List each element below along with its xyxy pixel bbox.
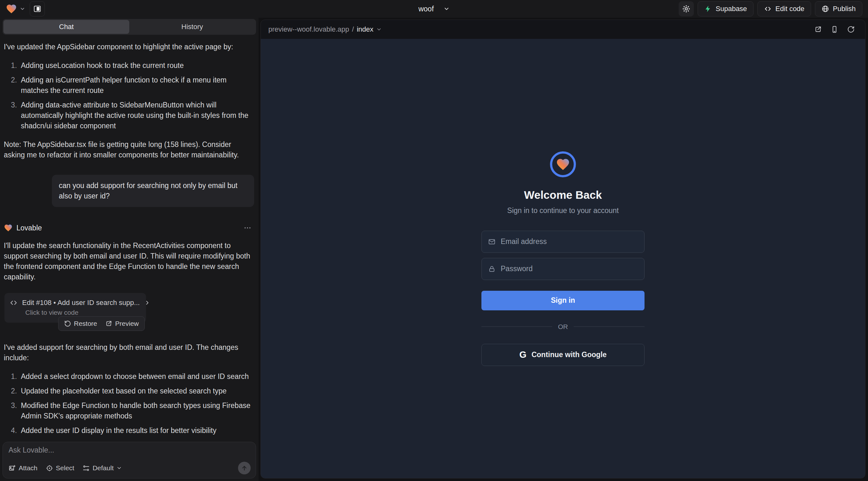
tab-history[interactable]: History bbox=[129, 20, 255, 34]
preview-iframe: Welcome Back Sign in to continue to your… bbox=[261, 39, 865, 478]
select-label: Select bbox=[56, 464, 74, 472]
sign-in-button[interactable]: Sign in bbox=[482, 291, 645, 310]
select-button[interactable]: Select bbox=[46, 464, 74, 472]
envelope-icon bbox=[488, 238, 496, 246]
chat-message-list[interactable]: I've updated the AppSidebar component to… bbox=[0, 35, 258, 438]
preview-url-path: index bbox=[357, 25, 374, 33]
mode-selector[interactable]: Default bbox=[83, 464, 122, 472]
assistant-message-list-2: Added a select dropdown to choose betwee… bbox=[4, 371, 254, 436]
sliders-icon bbox=[83, 464, 90, 472]
app-heart-icon bbox=[556, 157, 570, 171]
preview-url-host: preview--woof.lovable.app bbox=[268, 25, 349, 33]
settings-button[interactable] bbox=[679, 1, 694, 17]
assistant-message-intro: I've updated the AppSidebar component to… bbox=[4, 42, 254, 52]
tab-chat[interactable]: Chat bbox=[3, 20, 129, 34]
preview-url-separator: / bbox=[352, 25, 354, 33]
refresh-icon bbox=[847, 26, 855, 33]
chevron-down-icon bbox=[116, 465, 122, 471]
supabase-label: Supabase bbox=[716, 5, 747, 13]
mode-label: Default bbox=[93, 464, 114, 472]
chevron-down-icon bbox=[20, 6, 25, 12]
password-field[interactable] bbox=[482, 258, 645, 280]
assistant-name: Lovable bbox=[17, 224, 42, 232]
supabase-button[interactable]: Supabase bbox=[698, 1, 753, 17]
publish-label: Publish bbox=[833, 5, 856, 13]
lovable-heart-icon bbox=[6, 3, 17, 14]
send-button[interactable] bbox=[238, 462, 251, 474]
google-sign-in-label: Continue with Google bbox=[531, 351, 607, 359]
or-divider: OR bbox=[482, 323, 645, 330]
lovable-logo-menu[interactable] bbox=[6, 3, 25, 14]
list-item: Added the user ID display in the results… bbox=[19, 425, 254, 436]
list-item: Adding data-active attribute to SidebarM… bbox=[19, 100, 254, 131]
edit-version-card[interactable]: Edit #108 • Add user ID search supp... C… bbox=[4, 293, 146, 323]
globe-icon bbox=[822, 5, 829, 13]
code-icon bbox=[764, 5, 772, 13]
assistant-message-intro-2: I'll update the search functionality in … bbox=[4, 241, 254, 282]
external-link-icon bbox=[814, 26, 822, 33]
chevron-down-icon bbox=[376, 27, 382, 32]
chevron-right-icon bbox=[144, 299, 151, 306]
list-item: Modified the Edge Function to handle bot… bbox=[19, 400, 254, 421]
refresh-button[interactable] bbox=[844, 23, 858, 36]
chat-input[interactable] bbox=[8, 446, 251, 462]
preview-url[interactable]: preview--woof.lovable.app / index bbox=[268, 25, 382, 33]
code-icon bbox=[9, 299, 18, 307]
assistant-header: Lovable bbox=[4, 223, 254, 232]
divider-line bbox=[574, 326, 645, 327]
lock-icon bbox=[488, 265, 496, 273]
chat-composer: Attach Select Default bbox=[3, 442, 256, 478]
gear-icon bbox=[682, 4, 691, 13]
attach-button[interactable]: Attach bbox=[8, 464, 38, 472]
message-ellipsis-icon[interactable] bbox=[243, 224, 254, 232]
preview-url-bar: preview--woof.lovable.app / index bbox=[261, 20, 865, 39]
toggle-sidebar-button[interactable] bbox=[30, 1, 45, 17]
preview-label: Preview bbox=[115, 320, 139, 327]
list-item: Adding useLocation hook to track the cur… bbox=[19, 60, 254, 71]
chat-tab-bar: Chat History bbox=[3, 19, 256, 35]
preview-button[interactable]: Preview bbox=[105, 320, 139, 327]
project-title[interactable]: woof bbox=[418, 5, 434, 13]
user-message-bubble: can you add support for searching not on… bbox=[52, 175, 254, 207]
list-item: Adding an isCurrentPath helper function … bbox=[19, 75, 254, 96]
edit-code-button[interactable]: Edit code bbox=[757, 1, 811, 17]
list-item: Added a select dropdown to choose betwee… bbox=[19, 371, 254, 382]
assistant-message-list: Adding useLocation hook to track the cur… bbox=[4, 60, 254, 131]
list-item: Updated the placeholder text based on th… bbox=[19, 386, 254, 396]
assistant-message-note: Note: The AppSidebar.tsx file is getting… bbox=[4, 139, 254, 160]
publish-button[interactable]: Publish bbox=[815, 1, 862, 17]
project-chevron-down-icon[interactable] bbox=[443, 6, 450, 12]
app-header: woof Supabase Edit code bbox=[0, 0, 868, 18]
mobile-view-button[interactable] bbox=[828, 23, 841, 36]
chat-panel: Chat History I've updated the AppSidebar… bbox=[0, 18, 258, 481]
edit-code-label: Edit code bbox=[775, 5, 804, 13]
image-plus-icon bbox=[8, 464, 16, 472]
login-title: Welcome Back bbox=[524, 189, 602, 201]
attach-label: Attach bbox=[19, 464, 38, 472]
arrow-up-icon bbox=[241, 464, 248, 472]
login-subtitle: Sign in to continue to your account bbox=[507, 206, 619, 215]
lovable-avatar-heart-icon bbox=[4, 223, 13, 232]
divider-text: OR bbox=[558, 323, 568, 330]
email-field[interactable] bbox=[482, 231, 645, 253]
edit-card-actions: Restore Preview bbox=[58, 316, 145, 331]
divider-line bbox=[482, 326, 552, 327]
restore-icon bbox=[64, 320, 71, 327]
external-link-icon bbox=[105, 320, 112, 327]
open-in-new-tab-button[interactable] bbox=[811, 23, 825, 36]
preview-panel: preview--woof.lovable.app / index bbox=[260, 20, 865, 478]
target-icon bbox=[46, 464, 53, 472]
panel-left-icon bbox=[33, 5, 41, 13]
password-input[interactable] bbox=[501, 264, 638, 273]
restore-button[interactable]: Restore bbox=[64, 320, 97, 327]
email-input[interactable] bbox=[501, 237, 638, 246]
google-g-icon: G bbox=[519, 350, 527, 360]
assistant-message-summary: I've added support for searching by both… bbox=[4, 342, 254, 363]
app-logo-ring bbox=[550, 151, 576, 177]
supabase-bolt-icon bbox=[704, 5, 712, 13]
smartphone-icon bbox=[831, 26, 838, 33]
google-sign-in-button[interactable]: G Continue with Google bbox=[482, 344, 645, 366]
restore-label: Restore bbox=[74, 320, 97, 327]
login-form: Welcome Back Sign in to continue to your… bbox=[482, 151, 645, 366]
edit-card-title: Edit #108 • Add user ID search supp... bbox=[22, 299, 140, 307]
